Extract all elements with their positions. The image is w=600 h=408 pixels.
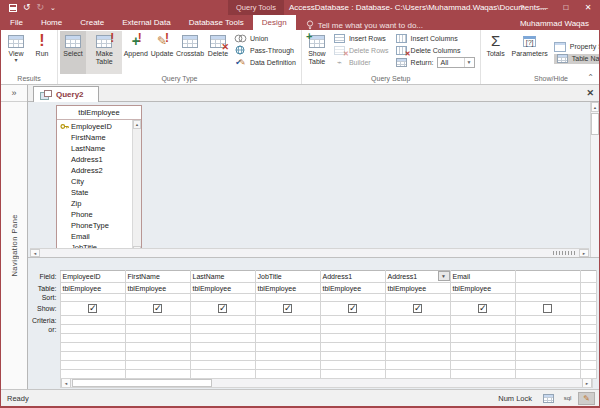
grid-empty-cell[interactable]: [580, 352, 596, 361]
grid-empty-cell[interactable]: [385, 334, 450, 343]
append-button[interactable]: +! Append: [122, 31, 149, 74]
grid-empty-cell[interactable]: [255, 334, 320, 343]
data-definition-button[interactable]: ✔✎ Data Definition: [234, 57, 296, 67]
grid-cell-table-3[interactable]: tblEmployee: [255, 283, 320, 294]
design-view-icon[interactable]: ✎: [578, 392, 595, 405]
grid-empty-cell[interactable]: [515, 361, 580, 370]
grid-empty-cell[interactable]: [190, 361, 255, 370]
field-list-item-email[interactable]: Email: [57, 231, 132, 242]
show-checkbox-6[interactable]: [478, 304, 487, 313]
ribbon-tab-create[interactable]: Create: [71, 15, 113, 30]
document-close-icon[interactable]: ✕: [586, 88, 594, 98]
field-list-item-address2[interactable]: Address2: [57, 165, 132, 176]
grid-cell-table-2[interactable]: tblEmployee: [190, 283, 255, 294]
grid-cell-sort-6[interactable]: [450, 294, 515, 302]
grid-empty-cell[interactable]: [385, 343, 450, 352]
grid-empty-cell[interactable]: [125, 343, 190, 352]
field-list-item-city[interactable]: City: [57, 176, 132, 187]
grid-cell-sort-2[interactable]: [190, 294, 255, 302]
grid-empty-cell[interactable]: [580, 361, 596, 370]
scroll-left-icon[interactable]: ◄: [30, 249, 40, 257]
make-table-button[interactable]: ! Make Table: [86, 31, 122, 74]
grid-empty-cell[interactable]: [60, 343, 125, 352]
grid-cell-table-0[interactable]: tblEmployee: [60, 283, 125, 294]
customize-qat-icon[interactable]: ⌄: [50, 3, 56, 12]
ribbon-tab-database-tools[interactable]: Database Tools: [180, 15, 253, 30]
grid-empty-cell[interactable]: [125, 352, 190, 361]
grid-empty-cell[interactable]: [320, 352, 385, 361]
table-names-button[interactable]: Table Names: [554, 54, 599, 64]
grid-cell-or-3[interactable]: [255, 325, 320, 334]
scroll-right-icon[interactable]: ►: [582, 379, 592, 387]
grid-cell-show-0[interactable]: [60, 302, 125, 316]
grid-cell-sort-4[interactable]: [320, 294, 385, 302]
collapse-ribbon-icon[interactable]: ⌃: [587, 73, 594, 82]
minimize-button[interactable]: —: [533, 0, 555, 15]
grid-empty-cell[interactable]: [125, 361, 190, 370]
crosstab-button[interactable]: Crosstab: [175, 31, 205, 74]
grid-empty-cell[interactable]: [450, 334, 515, 343]
help-button[interactable]: ?: [511, 0, 533, 15]
grid-cell-table-7[interactable]: [515, 283, 580, 294]
field-list-title[interactable]: tblEmployee: [57, 106, 141, 120]
grid-cell-sort-3[interactable]: [255, 294, 320, 302]
grid-cell-field-4[interactable]: Address1: [320, 271, 385, 283]
grid-cell-or-5[interactable]: [385, 325, 450, 334]
grid-cell-show-5[interactable]: [385, 302, 450, 316]
select-query-button[interactable]: Select: [60, 31, 86, 74]
update-button[interactable]: ✎! Update: [149, 31, 175, 74]
field-list-scrollbar[interactable]: ▲ ▼: [132, 120, 141, 255]
ribbon-tab-external-data[interactable]: External Data: [113, 15, 179, 30]
grid-cell-table-6[interactable]: tblEmployee: [450, 283, 515, 294]
grid-empty-cell[interactable]: [190, 334, 255, 343]
scrollbar-thumb[interactable]: [591, 113, 599, 135]
user-name[interactable]: Muhammad Waqas: [520, 19, 589, 28]
return-combobox[interactable]: All ▼: [437, 57, 475, 68]
document-tab-query2[interactable]: Query2: [33, 86, 99, 102]
scrollbar-thumb[interactable]: [72, 379, 212, 387]
grid-empty-cell[interactable]: [60, 352, 125, 361]
show-checkbox-3[interactable]: [283, 304, 292, 313]
tell-me-box[interactable]: Tell me what you want to do...: [306, 20, 423, 30]
scroll-up-icon[interactable]: ▲: [133, 120, 141, 129]
grid-cell-show-1[interactable]: [125, 302, 190, 316]
parameters-button[interactable]: [?] Parameters: [509, 31, 551, 74]
insert-columns-button[interactable]: Insert Columns: [395, 33, 475, 43]
grid-empty-cell[interactable]: [515, 352, 580, 361]
ribbon-tab-home[interactable]: Home: [32, 15, 71, 30]
grid-cell-show-6[interactable]: [450, 302, 515, 316]
close-button[interactable]: ✕: [577, 0, 599, 15]
sql-view-icon[interactable]: sql: [559, 392, 576, 405]
grid-cell-or-1[interactable]: [125, 325, 190, 334]
grid-cell-field-2[interactable]: LastName: [190, 271, 255, 283]
undo-icon[interactable]: ↺: [23, 3, 31, 12]
grid-cell-show-4[interactable]: [320, 302, 385, 316]
delete-columns-button[interactable]: ✕ Delete Columns: [395, 45, 475, 55]
grid-cell-table-4[interactable]: tblEmployee: [320, 283, 385, 294]
grid-cell-sort-1[interactable]: [125, 294, 190, 302]
grid-cell-criteria-4[interactable]: [320, 316, 385, 325]
totals-button[interactable]: Σ Totals: [483, 31, 509, 74]
grid-empty-cell[interactable]: [450, 352, 515, 361]
redo-icon[interactable]: ↻: [37, 3, 45, 12]
show-checkbox-0[interactable]: [88, 304, 97, 313]
grid-horizontal-scrollbar[interactable]: ◄ ►: [60, 378, 593, 388]
top-pane-horizontal-scrollbar[interactable]: ◄ ►: [30, 248, 589, 257]
grid-empty-cell[interactable]: [60, 334, 125, 343]
grid-cell-or-6[interactable]: [450, 325, 515, 334]
navigation-pane-expander[interactable]: »: [1, 85, 27, 102]
splitter-grip[interactable]: [553, 251, 575, 255]
grid-cell-sort-7[interactable]: [515, 294, 580, 302]
field-list-item-state[interactable]: State: [57, 187, 132, 198]
property-sheet-button[interactable]: Property Sheet: [554, 42, 599, 52]
grid-cell-field-5[interactable]: Address1▼: [385, 271, 450, 283]
grid-cell-or-0[interactable]: [60, 325, 125, 334]
grid-cell-field-7[interactable]: [515, 271, 580, 283]
delete-rows-button[interactable]: ✕ Delete Rows: [333, 45, 389, 55]
show-checkbox-2[interactable]: [218, 304, 227, 313]
insert-rows-button[interactable]: Insert Rows: [333, 33, 389, 43]
grid-cell-criteria-3[interactable]: [255, 316, 320, 325]
grid-cell-field-1[interactable]: FirstName: [125, 271, 190, 283]
grid-cell-show-2[interactable]: [190, 302, 255, 316]
maximize-button[interactable]: □: [555, 0, 577, 15]
